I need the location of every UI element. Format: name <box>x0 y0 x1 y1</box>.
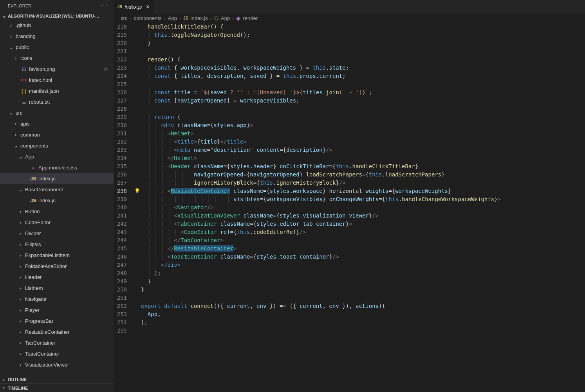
more-icon[interactable]: ··· <box>101 2 108 9</box>
tree-folder[interactable]: ›VisualizationViewer <box>0 360 114 370</box>
code-line[interactable]: 252export default connect(({ current, en… <box>114 302 585 310</box>
code-line[interactable]: 244 │ │ │ │ </TabContainer> <box>114 236 585 245</box>
code-line[interactable]: 235 │ │ │ <Header className={styles.head… <box>114 162 585 171</box>
breadcrumb[interactable]: src › components › App › JS index.js › ⬡… <box>114 14 585 23</box>
tree-folder[interactable]: ›TabContainer <box>0 338 114 349</box>
code-line[interactable]: 218 handleClickTitleBar() { <box>114 23 585 31</box>
code-line[interactable]: 222 render() { <box>114 56 585 64</box>
code-line[interactable]: 236 │ │ │ │ │ │ │ navigatorOpened={navig… <box>114 171 585 179</box>
tabs-row: JS index.js ✕ <box>114 0 585 14</box>
tree-file[interactable]: ⊡favicon.png⟳ <box>0 64 114 75</box>
code-line[interactable]: 238💡 │ │ │ <ResizableContainer className… <box>114 187 585 195</box>
code-line[interactable]: 249 } <box>114 277 585 286</box>
code-line[interactable]: 229 │ return ( <box>114 113 585 121</box>
code-editor[interactable]: 218 handleClickTitleBar() {219 │ this.to… <box>114 23 585 392</box>
tree-folder[interactable]: ›Player <box>0 305 114 316</box>
code-line[interactable]: 239 │ │ │ │ │ │ │ │ │ │ │ │ │ visibles={… <box>114 195 585 203</box>
tree-folder[interactable]: ›FoldableAceEditor <box>0 261 114 272</box>
tree-file[interactable]: JSindex.js <box>0 195 114 206</box>
tree-item-label: icons <box>20 54 32 63</box>
js-file-icon: JS <box>30 174 37 183</box>
tree-file[interactable]: { }manifest.json <box>0 86 114 97</box>
close-icon[interactable]: ✕ <box>146 4 150 10</box>
code-line[interactable]: 221 <box>114 47 585 56</box>
tree-folder[interactable]: ›CodeEditor <box>0 217 114 228</box>
tree-file[interactable]: ≣robots.txt <box>0 97 114 108</box>
tree-folder[interactable]: ⌄App <box>0 151 114 162</box>
code-line[interactable]: 237 │ │ │ │ │ │ │ ignoreHistoryBlock={th… <box>114 179 585 187</box>
tree-folder[interactable]: ›.github <box>0 20 114 31</box>
tree-folder[interactable]: ⌄BaseComponent <box>0 184 114 195</box>
code-line[interactable]: 232 │ │ │ │ <title>{title}</title> <box>114 138 585 146</box>
code-line[interactable]: 255 <box>114 327 585 335</box>
tree-folder[interactable]: ›apis <box>0 119 114 129</box>
breadcrumb-item[interactable]: index.js <box>191 15 208 21</box>
code-line[interactable]: 228 <box>114 105 585 113</box>
tab-index-js[interactable]: JS index.js ✕ <box>114 0 154 14</box>
outline-section[interactable]: › OUTLINE <box>0 375 114 383</box>
breadcrumb-item[interactable]: App <box>168 15 177 21</box>
tree-folder[interactable]: ›ProgressBar <box>0 316 114 327</box>
tree-folder[interactable]: ›Divider <box>0 228 114 239</box>
tree-folder[interactable]: ⌄src <box>0 108 114 119</box>
code-line[interactable]: 219 │ this.toggleNavigatorOpened(); <box>114 31 585 39</box>
project-section-header[interactable]: ⌄ ALGORITHM-VISUALIZER [WSL: UBUNTU-... <box>0 12 114 20</box>
code-line[interactable]: 251 <box>114 294 585 302</box>
code-line[interactable]: 241 │ │ │ │ <VisualizationViewer classNa… <box>114 212 585 220</box>
chevron-right-icon: › <box>210 15 212 21</box>
code-line[interactable]: 247 │ │ </div> <box>114 261 585 269</box>
tree-folder[interactable]: ›ListItem <box>0 283 114 294</box>
tree-folder[interactable]: ⌄public <box>0 42 114 53</box>
tree-file[interactable]: <>index.html <box>0 75 114 86</box>
tree-folder[interactable]: ›Navigator <box>0 294 114 305</box>
tree-item-label: CodeEditor <box>25 218 51 227</box>
tree-folder[interactable]: ›branding <box>0 31 114 42</box>
line-number: 244 <box>114 236 133 245</box>
code-line[interactable]: 234 │ │ │ </Helmet> <box>114 154 585 162</box>
code-line[interactable]: 246 │ │ │ <ToastContainer className={sty… <box>114 253 585 261</box>
code-line[interactable]: 223 │ const { workspaceVisibles, workspa… <box>114 64 585 72</box>
code-line[interactable]: 225 <box>114 80 585 88</box>
code-line[interactable]: 242 │ │ │ │ <TabContainer className={sty… <box>114 220 585 228</box>
tree-folder[interactable]: ›ExpandableListItem <box>0 250 114 261</box>
code-line[interactable]: 250} <box>114 286 585 294</box>
breadcrumb-item[interactable]: src <box>121 15 127 21</box>
code-line[interactable]: 233 │ │ │ │ <meta name="description" con… <box>114 146 585 154</box>
code-text: │ │ │ │ <Navigator/> <box>141 203 214 212</box>
code-line[interactable]: 253 App, <box>114 310 585 318</box>
tree-item-label: App.module.scss <box>38 164 77 172</box>
code-line[interactable]: 220 } <box>114 39 585 47</box>
tree-item-label: Header <box>25 273 42 282</box>
code-line[interactable]: 224 │ const { titles, description, saved… <box>114 72 585 80</box>
breadcrumb-item[interactable]: render <box>243 15 258 21</box>
line-number: 221 <box>114 47 133 56</box>
tree-folder[interactable]: ›ResizableContainer <box>0 327 114 338</box>
tree-folder[interactable]: ›common <box>0 129 114 140</box>
code-line[interactable]: 254); <box>114 318 585 327</box>
line-number: 226 <box>114 88 133 97</box>
tree-folder[interactable]: ⌄components <box>0 140 114 151</box>
chevron-down-icon: ⌄ <box>1 13 7 19</box>
breadcrumb-item[interactable]: components <box>134 15 162 21</box>
tree-folder[interactable]: ›Ellipsis <box>0 239 114 250</box>
chevron-right-icon: › <box>1 376 7 382</box>
code-line[interactable]: 226 │ const title = `${saved ? '' : '(Un… <box>114 88 585 97</box>
line-number: 245 <box>114 245 133 253</box>
tree-folder[interactable]: ›icons <box>0 53 114 64</box>
code-line[interactable]: 227 │ const [navigatorOpened] = workspac… <box>114 97 585 105</box>
tree-file[interactable]: JSindex.js <box>0 173 114 184</box>
code-line[interactable]: 240 │ │ │ │ <Navigator/> <box>114 203 585 212</box>
code-line[interactable]: 231 │ │ │ <Helmet> <box>114 129 585 138</box>
timeline-section[interactable]: › TIMELINE <box>0 383 114 392</box>
tree-folder[interactable]: ›Button <box>0 206 114 217</box>
code-line[interactable]: 230 │ │ <div className={styles.app}> <box>114 121 585 129</box>
breadcrumb-item[interactable]: App <box>221 15 230 21</box>
code-line[interactable]: 248 │ ); <box>114 269 585 277</box>
tree-file[interactable]: ஃApp.module.scss <box>0 162 114 173</box>
chevron-right-icon: › <box>179 15 181 21</box>
code-line[interactable]: 243 │ │ │ │ │ <CodeEditor ref={this.code… <box>114 228 585 236</box>
tree-folder[interactable]: ›Header <box>0 272 114 283</box>
editor-area: JS index.js ✕ src › components › App › J… <box>114 0 585 392</box>
tree-folder[interactable]: ›ToastContainer <box>0 349 114 360</box>
code-line[interactable]: 245 │ │ │ </ResizableContainer> <box>114 245 585 253</box>
